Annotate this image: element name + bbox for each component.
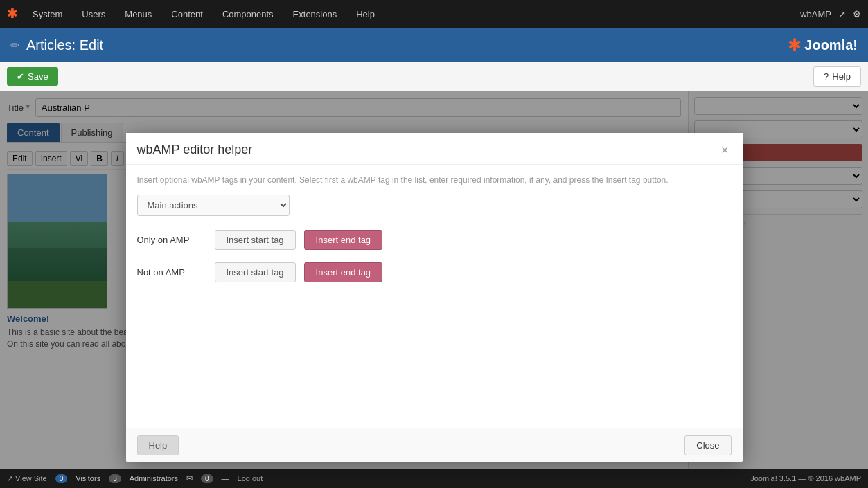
only-on-amp-insert-end[interactable]: Insert end tag — [304, 230, 383, 250]
help-icon: ? — [824, 71, 829, 82]
modal: wbAMP editor helper × Insert optional wb… — [126, 133, 743, 462]
dash-icon: — — [222, 474, 229, 482]
modal-actions-select[interactable]: Main actions — [137, 195, 290, 216]
visitors-label: Visitors — [76, 474, 100, 482]
admins-badge: 3 — [109, 474, 121, 483]
nav-extensions[interactable]: Extensions — [289, 6, 342, 22]
navbar-left: ✱ System Users Menus Content Components … — [7, 6, 379, 22]
view-site-link[interactable]: ↗ View Site — [7, 474, 47, 483]
not-on-amp-insert-start[interactable]: Insert start tag — [215, 262, 296, 282]
nav-components[interactable]: Components — [218, 6, 278, 22]
modal-description: Insert optional wbAMP tags in your conte… — [137, 174, 732, 186]
modal-dropdown-row: Main actions — [137, 195, 732, 216]
status-bar: ↗ View Site 0 Visitors 3 Administrators … — [0, 469, 868, 488]
page-title: Articles: Edit — [26, 37, 103, 53]
joomla-logo-text: Joomla! — [804, 37, 858, 53]
header-bar: ✏ Articles: Edit ✱ Joomla! — [0, 28, 868, 62]
nav-system[interactable]: System — [28, 6, 67, 22]
nav-user[interactable]: wbAMP — [800, 9, 831, 19]
navbar-right: wbAMP ↗ ⚙ — [800, 9, 861, 19]
joomla-logo: ✱ Joomla! — [788, 35, 858, 55]
not-on-amp-insert-end[interactable]: Insert end tag — [304, 262, 383, 282]
nav-users[interactable]: Users — [78, 6, 109, 22]
modal-overlay: wbAMP editor helper × Insert optional wb… — [0, 91, 868, 469]
dash-badge: 0 — [201, 474, 213, 483]
modal-action-row-1: Only on AMP Insert start tag Insert end … — [137, 230, 732, 250]
modal-actions: Only on AMP Insert start tag Insert end … — [137, 230, 732, 302]
only-on-amp-label: Only on AMP — [137, 235, 206, 245]
nav-help[interactable]: Help — [352, 6, 379, 22]
nav-menus[interactable]: Menus — [121, 6, 156, 22]
joomla-star-icon: ✱ — [788, 35, 801, 55]
edit-icon: ✏ — [10, 39, 19, 52]
save-button[interactable]: ✔ Save — [7, 67, 58, 86]
help-button[interactable]: ? Help — [813, 66, 861, 87]
visitors-badge: 0 — [55, 474, 68, 483]
modal-help-button[interactable]: Help — [137, 435, 179, 455]
modal-action-row-2: Not on AMP Insert start tag Insert end t… — [137, 262, 732, 282]
logout-link[interactable]: Log out — [238, 474, 263, 482]
header-title-area: ✏ Articles: Edit — [10, 37, 103, 53]
action-bar: ✔ Save ? Help — [0, 62, 868, 91]
not-on-amp-label: Not on AMP — [137, 267, 206, 278]
modal-title: wbAMP editor helper — [137, 143, 253, 157]
version-info: Joomla! 3.5.1 — © 2016 wbAMP — [750, 474, 861, 482]
navbar: ✱ System Users Menus Content Components … — [0, 0, 868, 28]
modal-footer: Help Close — [126, 428, 743, 462]
nav-content[interactable]: Content — [167, 6, 207, 22]
content-area: Title * Content Publishing Edit Insert V… — [0, 91, 868, 469]
status-left: ↗ View Site 0 Visitors 3 Administrators … — [7, 474, 263, 483]
help-label: Help — [832, 71, 851, 82]
modal-header: wbAMP editor helper × — [126, 133, 743, 165]
modal-close-btn-footer[interactable]: Close — [684, 435, 731, 455]
save-label: Save — [28, 71, 48, 82]
settings-icon[interactable]: ⚙ — [853, 9, 861, 19]
modal-body: Insert optional wbAMP tags in your conte… — [126, 165, 743, 428]
only-on-amp-insert-start[interactable]: Insert start tag — [215, 230, 296, 250]
admins-label: Administrators — [130, 474, 178, 482]
modal-close-button[interactable]: × — [718, 144, 732, 156]
mail-icon: ✉ — [186, 474, 193, 483]
joomla-icon: ✱ — [7, 6, 17, 21]
save-icon: ✔ — [17, 71, 24, 82]
nav-ext-icon: ↗ — [838, 9, 846, 19]
